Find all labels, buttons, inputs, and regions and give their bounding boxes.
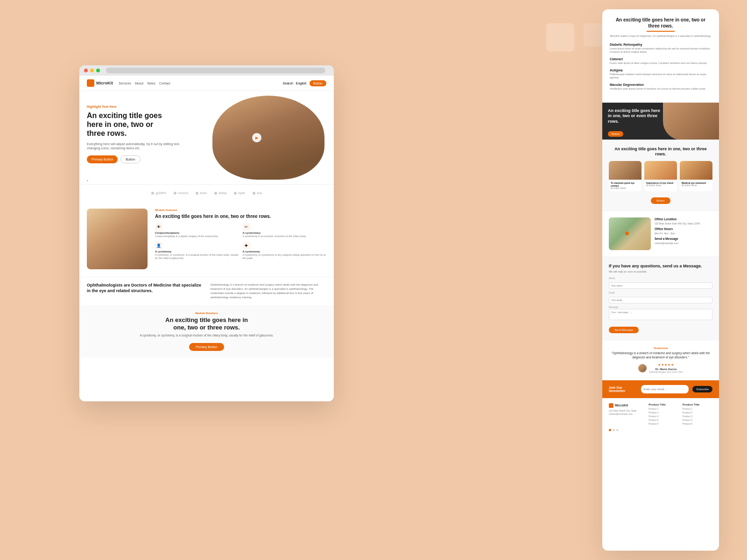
footer-brand-text: 123 Main Street City, State contact@exam… bbox=[609, 409, 645, 416]
email-input[interactable] bbox=[609, 297, 712, 303]
blog-item-text-2: Fusce vitae ipsum at diam congue cursus.… bbox=[610, 62, 712, 65]
map-email: contact@example.com bbox=[655, 242, 712, 245]
author-role: Ophthalmologist, Eye Care Clinic bbox=[649, 371, 683, 373]
blog-item-text-1: Lorem ipsum dolor sit amet consectetur a… bbox=[610, 47, 712, 54]
cards-grid: To maintain good eye contact By Author N… bbox=[609, 161, 712, 191]
website-content: MicroKit Services About News Contact Sea… bbox=[79, 76, 334, 401]
card-image-3 bbox=[680, 161, 712, 180]
contact-submit-button[interactable]: Send Message bbox=[609, 327, 639, 333]
card-text-1: By Author Name bbox=[611, 187, 640, 189]
hero-secondary-button[interactable]: Button bbox=[120, 155, 140, 163]
newsletter-section: Join Our Newsletter Subscribe bbox=[602, 380, 719, 399]
feature-icon-2: ✂ bbox=[243, 223, 250, 231]
newsletter-email-input[interactable] bbox=[641, 385, 689, 393]
footer-dot-2[interactable] bbox=[613, 429, 615, 431]
footer-dot-3[interactable] bbox=[616, 429, 619, 431]
maximize-button-dot[interactable] bbox=[96, 69, 100, 72]
nav-link-services[interactable]: Services bbox=[119, 82, 131, 85]
hero-buttons: Primary Button Button bbox=[87, 155, 190, 163]
text-section: Ophthalmologists are Doctors of Medicine… bbox=[79, 277, 334, 305]
logo-liua: liua bbox=[253, 191, 262, 195]
logo-text: MicroKit bbox=[96, 81, 113, 85]
hero-title-line3: three rows. bbox=[87, 129, 127, 137]
browser-titlebar bbox=[79, 65, 334, 76]
footer-link-1-2[interactable]: Product 2 bbox=[648, 411, 678, 414]
logo-dot-4 bbox=[214, 192, 217, 195]
nav-link-news[interactable]: News bbox=[147, 82, 155, 85]
nav-link-contact[interactable]: Contact bbox=[159, 82, 170, 85]
close-button-dot[interactable] bbox=[84, 69, 88, 72]
footer-logo: MicroKit bbox=[609, 403, 645, 408]
map-visual bbox=[609, 217, 651, 250]
footer-link-2-2[interactable]: Product 2 bbox=[683, 411, 712, 414]
footer-pagination bbox=[609, 429, 712, 431]
footer-link-2-3[interactable]: Product 3 bbox=[683, 415, 712, 418]
message-textarea[interactable] bbox=[609, 309, 712, 320]
contact-section: If you have any questions, send us a Mes… bbox=[602, 257, 719, 340]
footer-link-2-4[interactable]: Product 4 bbox=[683, 419, 712, 421]
numbers-cta-button[interactable]: Primary Button bbox=[189, 343, 224, 351]
footer-link-1-5[interactable]: Product 5 bbox=[648, 422, 678, 425]
map-section: Office Location 123 Main Street Suite 45… bbox=[602, 211, 719, 257]
cards-section: An exciting title goes here in one, two … bbox=[602, 140, 719, 211]
footer-brand: MicroKit 123 Main Street City, State con… bbox=[609, 403, 645, 426]
features-tag: Module Features bbox=[155, 209, 326, 211]
logo-kyan: kyan bbox=[234, 191, 245, 195]
footer-link-1-4[interactable]: Product 4 bbox=[648, 419, 678, 421]
footer-col-2: Product Title Product 1 Product 2 Produc… bbox=[683, 403, 712, 426]
features-section: Module Features An exciting title goes h… bbox=[79, 201, 334, 277]
nav-link-about[interactable]: About bbox=[135, 82, 143, 85]
card-content-1: To maintain good eye contact By Author N… bbox=[609, 180, 641, 191]
testimonial-author: ★★★★★ Dr. Maria Garcia Ophthalmologist, … bbox=[609, 363, 712, 373]
blog-item-4: Macular Degeneration Vestibulum ante ips… bbox=[610, 83, 712, 91]
text-left: Ophthalmologists are Doctors of Medicine… bbox=[87, 283, 203, 300]
footer-link-1-1[interactable]: Product 1 bbox=[648, 407, 678, 410]
contact-title: If you have any questions, send us a Mes… bbox=[609, 264, 712, 269]
contact-subtitle: We will reply as soon as possible. bbox=[609, 270, 712, 273]
dark-banner-button[interactable]: Button bbox=[608, 131, 623, 137]
logo-dot-1 bbox=[151, 192, 154, 195]
blog-item-text-4: Vestibulum ante ipsum primis in faucibus… bbox=[610, 87, 712, 91]
nav-lang-label[interactable]: English bbox=[296, 82, 307, 85]
hero-scroll-indicator: ▾ bbox=[87, 179, 88, 182]
footer-logo-icon bbox=[609, 403, 613, 408]
logo-dot-6 bbox=[253, 192, 255, 195]
logo-ideaa: ideaa bbox=[214, 191, 226, 195]
name-label: Name bbox=[609, 277, 712, 280]
hero-title-line1: An exciting title goes bbox=[87, 112, 162, 119]
logo-muzica: muzica bbox=[174, 191, 188, 195]
logo-dot-3 bbox=[196, 192, 198, 195]
blog-item-title-2: Cataract bbox=[610, 57, 712, 61]
testimonial-quote: "Ophthalmology is a branch of medicine a… bbox=[609, 351, 712, 359]
name-input[interactable] bbox=[609, 282, 712, 289]
nav-search-label[interactable]: Search bbox=[283, 82, 293, 85]
hero-primary-button[interactable]: Primary Button bbox=[87, 155, 118, 163]
hero-title-line2: here in one, two or bbox=[87, 120, 153, 128]
url-bar[interactable] bbox=[106, 68, 325, 73]
blog-item-text-3: Pellentesque habitant morbi tristique se… bbox=[610, 73, 712, 79]
minimize-button-dot[interactable] bbox=[90, 69, 94, 72]
newsletter-subscribe-button[interactable]: Subscribe bbox=[692, 386, 712, 392]
feature-item-1: 👁 Conjunctivoplasty Conjunctivoplasty is… bbox=[155, 223, 239, 238]
card-item-3: Medical eye treatment By Author Name bbox=[680, 161, 712, 191]
map-address: 123 Main Street Suite 456 City, State 12… bbox=[655, 222, 712, 225]
laptop-browser: MicroKit Services About News Contact Sea… bbox=[79, 65, 334, 401]
blog-item-1: Diabetic Retinopathy Lorem ipsum dolor s… bbox=[610, 43, 712, 54]
map-location-title: Office Location bbox=[655, 217, 712, 221]
feature-title-1: Conjunctivoplasty bbox=[155, 231, 239, 234]
play-button[interactable]: ▶ bbox=[252, 133, 261, 142]
footer-link-2-1[interactable]: Product 1 bbox=[683, 407, 712, 410]
cards-view-more-button[interactable]: Button bbox=[651, 197, 670, 204]
footer-col-1: Product Title Product 1 Product 2 Produc… bbox=[648, 403, 678, 426]
logo-dot-2 bbox=[174, 192, 176, 195]
nav-cta-button[interactable]: Button bbox=[310, 80, 326, 86]
footer-link-1-3[interactable]: Product 3 bbox=[648, 415, 678, 418]
blog-subtitle: MicroKit makes it easy for beginners. An… bbox=[610, 35, 712, 38]
features-content: Module Features An exciting title goes h… bbox=[155, 209, 326, 269]
features-img-inner bbox=[87, 209, 148, 269]
footer-dot-1[interactable] bbox=[609, 429, 611, 431]
email-field: Email bbox=[609, 291, 712, 303]
footer-section: MicroKit 123 Main Street City, State con… bbox=[602, 399, 719, 436]
footer-link-2-5[interactable]: Product 5 bbox=[683, 422, 712, 425]
card-image-2 bbox=[644, 161, 677, 180]
